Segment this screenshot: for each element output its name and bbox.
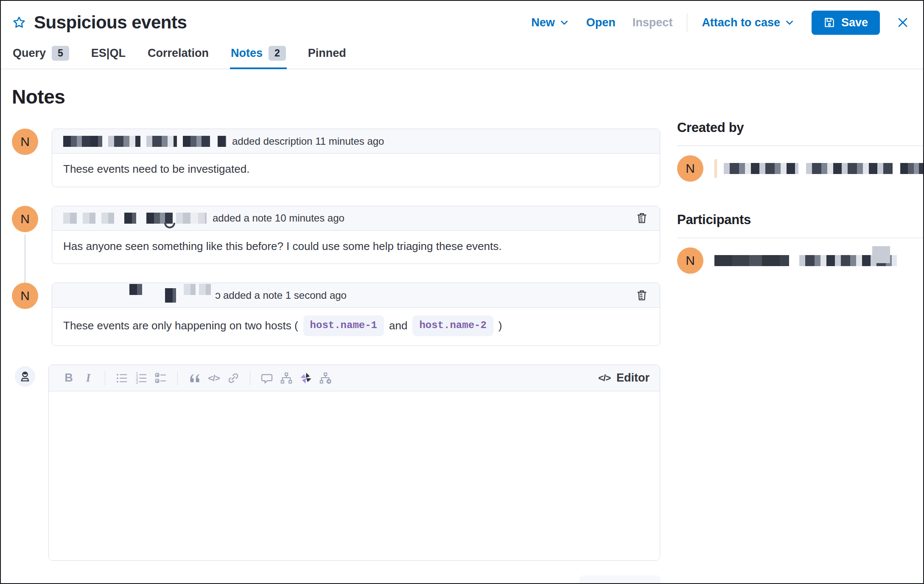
- tab-esql-label: ES|QL: [91, 47, 126, 60]
- redacted-username: [714, 252, 924, 269]
- notes-column: Notes N added description 11 minutes ago: [12, 79, 660, 584]
- tab-correlation[interactable]: Correlation: [147, 40, 210, 69]
- participant-user: N: [677, 247, 924, 274]
- titlebar-actions: New Open Inspect Attach to case Save: [531, 11, 910, 35]
- tab-notes-label: Notes: [231, 47, 263, 60]
- divider: [677, 146, 924, 146]
- save-icon: [823, 17, 835, 28]
- note-input[interactable]: [49, 391, 660, 560]
- tab-notes-badge: 2: [269, 46, 286, 61]
- redacted-username: [714, 159, 924, 178]
- unordered-list-icon[interactable]: [112, 368, 132, 388]
- open-button[interactable]: Open: [586, 16, 616, 29]
- new-label: New: [531, 16, 555, 29]
- tab-correlation-label: Correlation: [148, 47, 209, 60]
- editor-mode-toggle[interactable]: </> Editor: [598, 371, 650, 385]
- note-header: added a note 10 minutes ago: [52, 206, 660, 231]
- created-by-user: N: [677, 155, 924, 182]
- redacted-username: [63, 288, 213, 303]
- tab-esql[interactable]: ES|QL: [90, 40, 126, 69]
- link-icon[interactable]: [224, 368, 243, 388]
- divider: [677, 238, 924, 238]
- titlebar: Suspicious events New Open Inspect Attac…: [1, 1, 923, 38]
- italic-icon[interactable]: I: [78, 368, 98, 388]
- toolbar-separator: [250, 371, 250, 385]
- delete-note-icon[interactable]: [633, 287, 650, 304]
- redaction-artifact: ɔ: [215, 289, 221, 302]
- editor-mode-label: Editor: [616, 371, 650, 385]
- redacted-username: [63, 136, 226, 147]
- main-area: Notes N added description 11 minutes ago: [1, 69, 923, 584]
- redaction-artifact: [714, 159, 717, 178]
- tab-bar: Query 5 ES|QL Correlation Notes 2 Pinned: [1, 40, 923, 69]
- code-icon: </>: [598, 373, 610, 384]
- note-body: These events are only happening on two h…: [52, 308, 660, 345]
- note-action-text: added description 11 minutes ago: [232, 135, 384, 147]
- save-label: Save: [841, 16, 868, 29]
- avatar: N: [12, 206, 38, 232]
- add-note-row: Add note: [12, 576, 660, 584]
- comment-icon[interactable]: [257, 368, 277, 388]
- note-text-segment: and: [389, 318, 407, 334]
- note-header: ɔ added a note 1 second ago: [52, 283, 660, 308]
- attach-label: Attach to case: [702, 16, 780, 29]
- redaction-artifact: [164, 223, 175, 228]
- created-by-heading: Created by: [677, 120, 924, 135]
- tab-query[interactable]: Query 5: [12, 40, 70, 69]
- code-block-icon[interactable]: </>: [204, 368, 224, 388]
- quote-icon[interactable]: [185, 368, 204, 388]
- tab-notes[interactable]: Notes 2: [230, 40, 287, 69]
- toolbar-separator: [177, 371, 178, 385]
- host-name-1-chip: host.name-1: [303, 315, 384, 336]
- toolbar-separator: [105, 371, 105, 385]
- note-action-text: added a note 10 minutes ago: [213, 212, 344, 224]
- note-header: added description 11 minutes ago: [52, 129, 660, 154]
- divider: [687, 13, 687, 32]
- osquery-tree-icon[interactable]: [316, 368, 335, 388]
- note-card: added description 11 minutes ago These e…: [52, 129, 660, 187]
- avatar: N: [677, 155, 703, 182]
- svg-text:3: 3: [136, 380, 138, 385]
- note-editor-row: B I 123: [12, 365, 660, 561]
- attach-to-case-button[interactable]: Attach to case: [702, 16, 795, 29]
- insights-pinwheel-icon[interactable]: [296, 368, 316, 388]
- note-card: added a note 10 minutes ago Has anyone s…: [52, 206, 660, 264]
- note-body: Has anyone seen something like this befo…: [52, 231, 660, 264]
- timeline-window: Suspicious events New Open Inspect Attac…: [0, 0, 924, 584]
- user-avatar-icon: [15, 366, 35, 387]
- new-button[interactable]: New: [531, 16, 569, 29]
- note-action-text: added a note 1 second ago: [223, 289, 347, 301]
- note-item-1: N added description 11 minutes ago These…: [12, 129, 660, 187]
- markdown-editor: B I 123: [48, 365, 660, 561]
- inspect-button[interactable]: Inspect: [633, 16, 673, 29]
- timeline-tree-icon[interactable]: [277, 368, 296, 388]
- participants-heading: Participants: [677, 212, 924, 227]
- tab-query-label: Query: [13, 47, 46, 60]
- favorite-star-icon[interactable]: [12, 15, 26, 30]
- task-list-icon[interactable]: [151, 368, 171, 388]
- chevron-down-icon: [784, 17, 795, 28]
- note-text-segment: These events are only happening on two h…: [63, 318, 298, 334]
- notes-heading: Notes: [12, 85, 660, 108]
- save-button[interactable]: Save: [812, 11, 880, 35]
- ordered-list-icon[interactable]: 123: [132, 368, 151, 388]
- note-item-3: N ɔ added a note 1 second ago: [12, 283, 660, 346]
- avatar: N: [12, 283, 38, 309]
- avatar: N: [677, 247, 703, 274]
- tab-pinned[interactable]: Pinned: [307, 40, 347, 69]
- chevron-down-icon: [559, 17, 569, 28]
- delete-note-icon[interactable]: [633, 210, 650, 227]
- details-sidebar: Created by N Participants N: [677, 79, 924, 584]
- note-item-2: N added a note 10 minutes ago: [12, 206, 660, 264]
- note-body: These events need to be investigated.: [52, 154, 660, 187]
- tab-pinned-label: Pinned: [308, 47, 346, 60]
- tab-query-badge: 5: [52, 46, 69, 61]
- bold-icon[interactable]: B: [59, 368, 78, 388]
- avatar: N: [12, 129, 38, 155]
- close-icon[interactable]: [895, 15, 910, 30]
- add-note-button[interactable]: Add note: [580, 576, 660, 584]
- note-card: ɔ added a note 1 second ago These events…: [52, 283, 660, 346]
- redacted-username: [63, 213, 207, 224]
- editor-toolbar: B I 123: [49, 365, 660, 391]
- note-text-segment: ): [498, 318, 502, 334]
